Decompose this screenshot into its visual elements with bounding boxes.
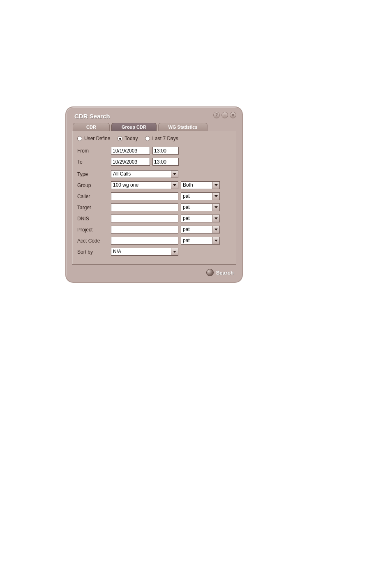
type-select[interactable]: All Calls [111, 170, 178, 178]
tab-wg-statistics[interactable]: WG Statistics [158, 123, 208, 131]
group-value: 100 wg one [111, 182, 171, 189]
label-group: Group [77, 183, 111, 188]
dnis-input[interactable] [111, 215, 178, 222]
label-acct-code: Acct Code [77, 238, 111, 244]
chevron-down-icon [171, 248, 178, 255]
group-side-value: Both [181, 182, 212, 189]
radio-today[interactable]: Today [118, 136, 138, 141]
label-dnis: DNIS [77, 216, 111, 222]
target-side-value: pat [181, 204, 212, 211]
project-input[interactable] [111, 226, 178, 233]
type-value: All Calls [111, 171, 171, 178]
radio-label: User Define [84, 136, 110, 141]
project-side-select[interactable]: pat [181, 226, 220, 233]
chevron-down-icon [171, 182, 178, 189]
row-group: Group 100 wg one Both [77, 181, 231, 189]
radio-user-define[interactable]: User Define [77, 136, 110, 141]
chevron-down-icon [212, 237, 219, 244]
tab-group-cdr[interactable]: Group CDR [111, 123, 157, 131]
row-acct-code: Acct Code pat [77, 236, 231, 245]
chevron-down-icon [212, 226, 219, 233]
window-controls: ? – x [213, 112, 236, 118]
label-target: Target [77, 205, 111, 210]
window-title: CDR Search [74, 113, 110, 120]
minimize-button[interactable]: – [221, 112, 228, 118]
acct-side-value: pat [181, 237, 212, 244]
dnis-side-select[interactable]: pat [181, 215, 220, 222]
caller-side-value: pat [181, 193, 212, 200]
chevron-down-icon [212, 182, 219, 189]
group-select[interactable]: 100 wg one [111, 181, 178, 189]
from-time-input[interactable] [152, 147, 179, 155]
from-date-input[interactable] [111, 147, 150, 155]
sort-by-select[interactable]: N/A [111, 248, 178, 256]
radio-label: Today [125, 136, 138, 141]
radio-icon [145, 136, 150, 141]
label-to: To [77, 159, 111, 165]
chevron-down-icon [171, 171, 178, 178]
search-label: Search [216, 270, 234, 276]
titlebar: CDR Search ? – x [66, 107, 242, 122]
radio-icon [77, 136, 82, 141]
cdr-search-window: CDR Search ? – x CDR Group CDR WG Statis… [66, 107, 242, 282]
date-range-radios: User Define Today Last 7 Days [77, 136, 231, 141]
caller-side-select[interactable]: pat [181, 192, 220, 200]
sort-by-value: N/A [111, 248, 171, 255]
row-caller: Caller pat [77, 192, 231, 201]
to-date-input[interactable] [111, 158, 150, 166]
search-orb-icon [206, 269, 214, 276]
caller-input[interactable] [111, 192, 178, 200]
label-sort-by: Sort by [77, 249, 111, 255]
form-panel: User Define Today Last 7 Days From To Ty… [72, 131, 236, 265]
dnis-side-value: pat [181, 215, 212, 222]
radio-label: Last 7 Days [152, 136, 178, 141]
chevron-down-icon [212, 193, 219, 200]
row-project: Project pat [77, 225, 231, 234]
help-button[interactable]: ? [213, 112, 220, 118]
acct-side-select[interactable]: pat [181, 237, 220, 245]
target-side-select[interactable]: pat [181, 203, 220, 211]
row-sort-by: Sort by N/A [77, 247, 231, 256]
row-to: To [77, 157, 231, 166]
target-input[interactable] [111, 203, 178, 211]
label-from: From [77, 148, 111, 154]
radio-icon [118, 136, 122, 141]
row-dnis: DNIS pat [77, 214, 231, 223]
to-time-input[interactable] [152, 158, 179, 166]
tab-cdr[interactable]: CDR [73, 123, 110, 131]
radio-last-7-days[interactable]: Last 7 Days [145, 136, 178, 141]
row-from: From [77, 146, 231, 155]
label-caller: Caller [77, 194, 111, 199]
label-project: Project [77, 227, 111, 233]
acct-code-input[interactable] [111, 237, 178, 245]
chevron-down-icon [212, 204, 219, 211]
project-side-value: pat [181, 226, 212, 233]
row-target: Target pat [77, 203, 231, 212]
footer: Search [66, 269, 242, 282]
tab-bar: CDR Group CDR WG Statistics [66, 123, 242, 131]
label-type: Type [77, 171, 111, 177]
search-button[interactable]: Search [206, 269, 234, 276]
row-type: Type All Calls [77, 170, 231, 178]
chevron-down-icon [212, 215, 219, 222]
close-button[interactable]: x [230, 112, 236, 118]
group-side-select[interactable]: Both [181, 181, 220, 189]
